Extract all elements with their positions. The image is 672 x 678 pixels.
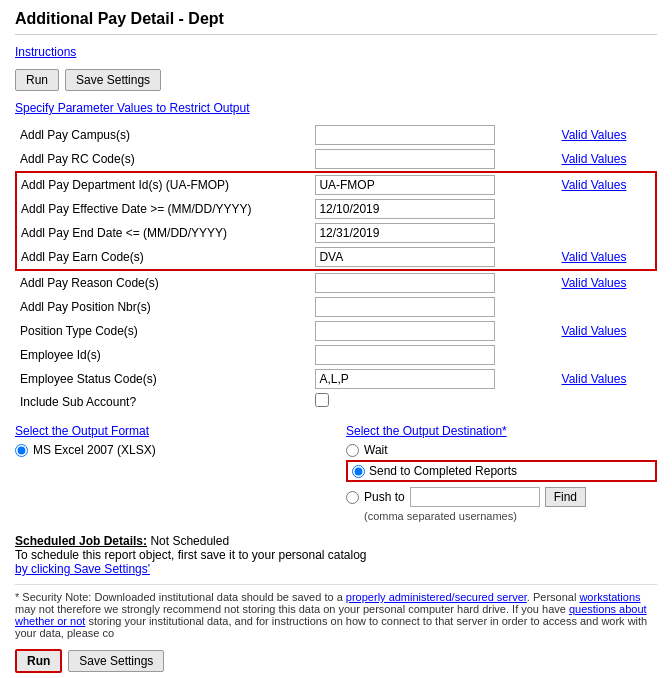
param-input[interactable] bbox=[315, 297, 495, 317]
param-input-cell bbox=[311, 343, 557, 367]
output-format-options: MS Excel 2007 (XLSX) bbox=[15, 443, 326, 457]
param-label: Addl Pay Reason Code(s) bbox=[16, 270, 311, 295]
params-table: Addl Pay Campus(s)Valid ValuesAddl Pay R… bbox=[15, 123, 657, 412]
output-dest-wait-radio[interactable] bbox=[346, 444, 359, 457]
param-valid-cell: Valid Values bbox=[558, 319, 656, 343]
param-input[interactable] bbox=[315, 125, 495, 145]
security-link-3: questions about whether or not bbox=[15, 603, 647, 627]
param-valid-cell: Valid Values bbox=[558, 270, 656, 295]
param-input-cell bbox=[311, 147, 557, 172]
param-valid-cell: Valid Values bbox=[558, 245, 656, 270]
param-valid-cell: Valid Values bbox=[558, 367, 656, 391]
param-valid-cell bbox=[558, 391, 656, 412]
output-dest-wait-row: Wait bbox=[346, 443, 657, 457]
bottom-section: Select the Output Format MS Excel 2007 (… bbox=[15, 424, 657, 522]
save-settings-button-top[interactable]: Save Settings bbox=[65, 69, 161, 91]
output-format-xlsx-radio[interactable] bbox=[15, 444, 28, 457]
specify-params-label: Specify Parameter Values to Restrict Out… bbox=[15, 101, 657, 123]
valid-values-link[interactable]: Valid Values bbox=[562, 250, 627, 264]
param-valid-cell: Valid Values bbox=[558, 172, 656, 197]
table-row: Addl Pay Earn Code(s)Valid Values bbox=[16, 245, 656, 270]
valid-values-link[interactable]: Valid Values bbox=[562, 152, 627, 166]
output-dest-completed-label: Send to Completed Reports bbox=[369, 464, 517, 478]
valid-values-link[interactable]: Valid Values bbox=[562, 372, 627, 386]
security-link-2: workstations bbox=[579, 591, 640, 603]
output-format-label: Select the Output Format bbox=[15, 424, 326, 438]
output-dest-wait-label: Wait bbox=[364, 443, 388, 457]
table-row: Addl Pay End Date <= (MM/DD/YYYY) bbox=[16, 221, 656, 245]
run-button-top[interactable]: Run bbox=[15, 69, 59, 91]
output-destination-section: Select the Output Destination* Wait Send… bbox=[346, 424, 657, 522]
output-dest-push-radio[interactable] bbox=[346, 491, 359, 504]
table-row: Addl Pay RC Code(s)Valid Values bbox=[16, 147, 656, 172]
page-container: Additional Pay Detail - Dept Instruction… bbox=[0, 0, 672, 678]
param-input-cell bbox=[311, 367, 557, 391]
scheduled-status: Not Scheduled bbox=[150, 534, 229, 548]
output-format-xlsx-label: MS Excel 2007 (XLSX) bbox=[33, 443, 156, 457]
output-dest-completed-row: Send to Completed Reports bbox=[346, 460, 657, 482]
table-row: Addl Pay Position Nbr(s) bbox=[16, 295, 656, 319]
save-settings-button-bottom[interactable]: Save Settings bbox=[68, 650, 164, 672]
run-button-bottom[interactable]: Run bbox=[15, 649, 62, 673]
table-row: Employee Status Code(s)Valid Values bbox=[16, 367, 656, 391]
param-input[interactable] bbox=[315, 175, 495, 195]
param-label: Addl Pay End Date <= (MM/DD/YYYY) bbox=[16, 221, 311, 245]
param-input-cell bbox=[311, 319, 557, 343]
param-input[interactable] bbox=[315, 223, 495, 243]
param-input[interactable] bbox=[315, 321, 495, 341]
scheduled-note-2: by clicking Save Settings' bbox=[15, 562, 150, 576]
output-format-section: Select the Output Format MS Excel 2007 (… bbox=[15, 424, 326, 457]
param-input[interactable] bbox=[315, 247, 495, 267]
param-label: Addl Pay Effective Date >= (MM/DD/YYYY) bbox=[16, 197, 311, 221]
valid-values-link[interactable]: Valid Values bbox=[562, 324, 627, 338]
param-input[interactable] bbox=[315, 345, 495, 365]
param-input[interactable] bbox=[315, 273, 495, 293]
instructions-link[interactable]: Instructions bbox=[15, 45, 76, 59]
param-label: Employee Status Code(s) bbox=[16, 367, 311, 391]
param-input-cell bbox=[311, 123, 557, 147]
table-row: Addl Pay Department Id(s) (UA-FMOP)Valid… bbox=[16, 172, 656, 197]
table-row: Addl Pay Campus(s)Valid Values bbox=[16, 123, 656, 147]
output-dest-push-row: Push to Find bbox=[346, 487, 657, 507]
valid-values-link[interactable]: Valid Values bbox=[562, 276, 627, 290]
scheduled-section: Scheduled Job Details: Not Scheduled To … bbox=[15, 534, 657, 576]
top-toolbar: Run Save Settings bbox=[15, 69, 657, 91]
security-link-1: properly administered/secured server bbox=[346, 591, 527, 603]
specify-params-title: Specify Parameter Values to Restrict Out… bbox=[15, 101, 250, 115]
param-valid-cell: Valid Values bbox=[558, 147, 656, 172]
param-input-cell bbox=[311, 197, 557, 221]
find-button[interactable]: Find bbox=[545, 487, 586, 507]
param-input[interactable] bbox=[315, 199, 495, 219]
output-dest-push-label: Push to bbox=[364, 490, 405, 504]
param-input-cell bbox=[311, 270, 557, 295]
param-label: Addl Pay RC Code(s) bbox=[16, 147, 311, 172]
param-label: Employee Id(s) bbox=[16, 343, 311, 367]
output-dest-completed-radio[interactable] bbox=[352, 465, 365, 478]
param-valid-cell: Valid Values bbox=[558, 123, 656, 147]
param-input[interactable] bbox=[315, 149, 495, 169]
param-label: Addl Pay Position Nbr(s) bbox=[16, 295, 311, 319]
table-row: Employee Id(s) bbox=[16, 343, 656, 367]
param-valid-cell bbox=[558, 343, 656, 367]
table-row: Include Sub Account? bbox=[16, 391, 656, 412]
table-row: Position Type Code(s)Valid Values bbox=[16, 319, 656, 343]
table-row: Addl Pay Reason Code(s)Valid Values bbox=[16, 270, 656, 295]
param-label: Include Sub Account? bbox=[16, 391, 311, 412]
param-valid-cell bbox=[558, 295, 656, 319]
valid-values-link[interactable]: Valid Values bbox=[562, 178, 627, 192]
scheduled-title: Scheduled Job Details: bbox=[15, 534, 147, 548]
scheduled-note-1: To schedule this report object, first sa… bbox=[15, 548, 367, 562]
param-valid-cell bbox=[558, 197, 656, 221]
param-checkbox[interactable] bbox=[315, 393, 329, 407]
param-label: Position Type Code(s) bbox=[16, 319, 311, 343]
page-title: Additional Pay Detail - Dept bbox=[15, 10, 657, 35]
param-input-cell bbox=[311, 391, 557, 412]
security-note: * Security Note: Downloaded institutiona… bbox=[15, 584, 657, 639]
param-input[interactable] bbox=[315, 369, 495, 389]
output-destination-label: Select the Output Destination* bbox=[346, 424, 657, 438]
param-label: Addl Pay Campus(s) bbox=[16, 123, 311, 147]
valid-values-link[interactable]: Valid Values bbox=[562, 128, 627, 142]
param-label: Addl Pay Earn Code(s) bbox=[16, 245, 311, 270]
param-label: Addl Pay Department Id(s) (UA-FMOP) bbox=[16, 172, 311, 197]
push-to-input[interactable] bbox=[410, 487, 540, 507]
